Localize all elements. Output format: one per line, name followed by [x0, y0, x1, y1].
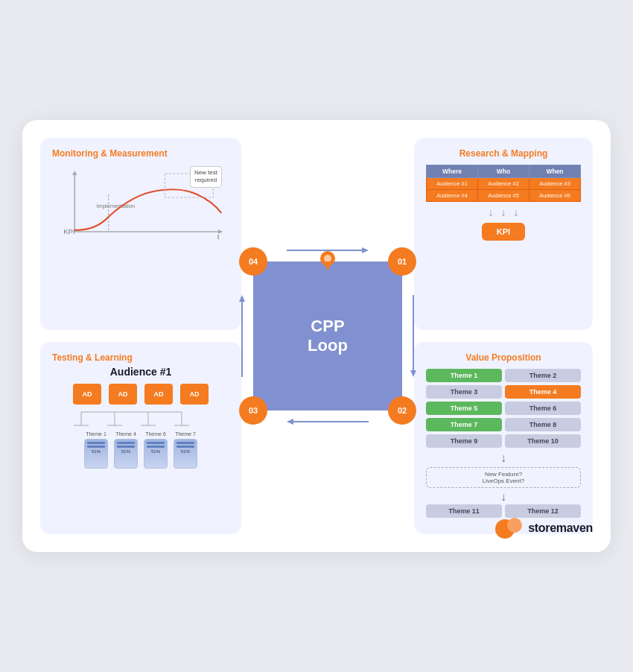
research-title: Research & Mapping	[426, 148, 581, 159]
audience-title: Audience #1	[52, 366, 229, 378]
theme-btn-10[interactable]: Theme 10	[505, 434, 581, 448]
monitoring-card: Monitoring & Measurement New test requir…	[40, 138, 241, 330]
svg-marker-34	[323, 261, 332, 270]
cell-a3: Audience #3	[529, 178, 581, 190]
value-card: Value Proposition Theme 1 Theme 2 Theme …	[414, 342, 593, 534]
theme-mini-4: Theme 7 51%	[174, 431, 197, 469]
col-who: Who	[478, 165, 529, 178]
svg-marker-25	[362, 247, 369, 253]
right-arrow	[407, 291, 420, 381]
arrow-down-1: ↓	[489, 206, 494, 218]
research-card: Research & Mapping Where Who When Audien…	[414, 138, 593, 330]
col-when: When	[529, 165, 581, 178]
cpp-pin-icon	[319, 251, 336, 270]
theme-btn-1[interactable]: Theme 1	[426, 369, 502, 382]
cell-b2: Audience #5	[478, 190, 529, 202]
ad-box-1: AD	[73, 384, 101, 405]
themes-row: Theme 1 51% Theme 4 51% Theme 6 51% Them…	[52, 431, 229, 469]
svg-text:t: t	[217, 233, 220, 241]
cpp-square: CPP Loop	[253, 261, 402, 411]
bottom-arrow	[283, 415, 372, 428]
testing-title: Testing & Learning	[52, 352, 229, 363]
corner-03: 03	[239, 396, 267, 425]
ad-box-2: AD	[109, 384, 137, 405]
svg-point-33	[324, 255, 331, 262]
new-test-box: New test required	[190, 166, 222, 188]
value-theme-grid-top: Theme 1 Theme 2 Theme 3 Theme 4 Theme 5 …	[426, 369, 581, 448]
cell-a2: Audience #2	[478, 178, 529, 190]
logo-icon	[495, 518, 522, 539]
monitoring-title: Monitoring & Measurement	[52, 148, 229, 159]
theme-btn-3[interactable]: Theme 3	[426, 385, 502, 399]
theme-mini-2: Theme 4 51%	[114, 431, 138, 469]
research-arrows: ↓ ↓ ↓	[426, 206, 581, 218]
corner-02: 02	[388, 396, 416, 425]
cpp-center: CPP Loop 01 02 03 04	[253, 138, 402, 534]
svg-marker-2	[72, 171, 77, 175]
logo-text: storemaven	[528, 522, 593, 535]
left-arrow	[235, 291, 249, 381]
arrow-down-3: ↓	[514, 206, 519, 218]
cell-a1: Audience #1	[427, 178, 478, 190]
logo-circle-secondary	[507, 518, 522, 533]
theme-btn-7[interactable]: Theme 7	[426, 418, 502, 431]
value-title: Value Proposition	[426, 352, 581, 363]
cpp-text: CPP Loop	[308, 317, 348, 356]
monitoring-chart: New test required KPI t Implementation	[52, 165, 229, 247]
corner-01: 01	[388, 247, 416, 276]
col-where: Where	[427, 165, 478, 178]
svg-text:Implementation: Implementation	[97, 203, 136, 209]
storemaven-logo: storemaven	[495, 518, 593, 539]
theme-btn-9[interactable]: Theme 9	[426, 434, 502, 448]
theme-btn-6[interactable]: Theme 6	[505, 402, 581, 415]
theme-btn-5[interactable]: Theme 5	[426, 402, 502, 415]
corner-04: 04	[239, 247, 267, 276]
research-table: Where Who When Audience #1 Audience #2 A…	[426, 165, 581, 202]
theme-btn-8[interactable]: Theme 8	[505, 418, 581, 431]
ad-box-3: AD	[144, 384, 173, 405]
value-theme-grid-bottom: Theme 11 Theme 12	[426, 504, 581, 518]
cell-b3: Audience #6	[529, 190, 581, 202]
theme-btn-2[interactable]: Theme 2	[505, 369, 581, 382]
svg-marker-29	[410, 370, 416, 377]
testing-card: Testing & Learning Audience #1 AD AD AD …	[40, 342, 241, 534]
svg-marker-31	[239, 295, 245, 302]
main-card: Monitoring & Measurement New test requir…	[22, 120, 611, 552]
cell-b1: Audience #4	[427, 190, 478, 202]
liveops-arrow: ↓	[426, 452, 581, 464]
theme-mini-3: Theme 6 51%	[144, 431, 168, 469]
theme-btn-11[interactable]: Theme 11	[426, 504, 502, 518]
connector-svg	[66, 411, 215, 427]
theme-btn-12[interactable]: Theme 12	[505, 504, 581, 518]
ad-row: AD AD AD AD	[52, 384, 229, 405]
theme-mini-1: Theme 1 51%	[84, 431, 108, 469]
svg-marker-27	[287, 419, 293, 425]
arrow-down-2: ↓	[501, 206, 506, 218]
ad-box-4: AD	[180, 384, 209, 405]
liveops-box: New Feature? LiveOps Event?	[426, 467, 581, 488]
svg-text:KPI: KPI	[63, 228, 75, 235]
liveops-arrow-2: ↓	[426, 491, 581, 503]
theme-btn-4[interactable]: Theme 4	[505, 385, 581, 399]
kpi-box: KPI	[482, 223, 525, 241]
